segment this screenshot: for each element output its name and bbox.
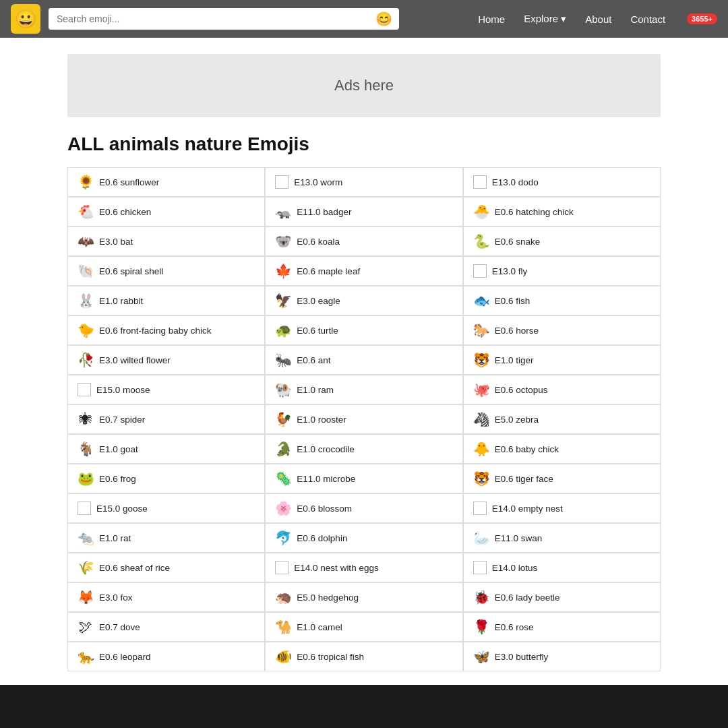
emoji-icon: 🦋: [473, 648, 489, 665]
emoji-item[interactable]: 🐨E0.6 koala: [265, 226, 462, 256]
emoji-icon: 🐸: [78, 471, 94, 487]
search-input[interactable]: [49, 8, 369, 30]
explore-link[interactable]: Explore ▾: [524, 13, 566, 25]
bottom-banner: Emoji Copy & Paste Script | webtemplafy: [0, 685, 728, 728]
emoji-item[interactable]: 🐬E0.6 dolphin: [265, 523, 462, 553]
emoji-item[interactable]: 🐊E1.0 crocodile: [265, 434, 462, 464]
emoji-placeholder-icon: [473, 175, 487, 189]
emoji-item[interactable]: 🐐E1.0 goat: [67, 434, 265, 464]
emoji-placeholder-icon: [473, 502, 487, 515]
emoji-item[interactable]: 🐍E0.6 snake: [463, 226, 661, 256]
site-logo[interactable]: 😀: [11, 4, 40, 34]
emoji-item[interactable]: 🌻E0.6 sunflower: [67, 167, 265, 197]
emoji-item[interactable]: 🦔E5.0 hedgehog: [265, 582, 462, 612]
emoji-item[interactable]: E15.0 goose: [67, 493, 265, 523]
emoji-item[interactable]: 🥀E3.0 wilted flower: [67, 345, 265, 375]
emoji-item[interactable]: E13.0 dodo: [463, 167, 661, 197]
emoji-item[interactable]: E13.0 worm: [265, 167, 462, 197]
emoji-label: E3.0 eagle: [297, 296, 340, 306]
emoji-item[interactable]: 🐔E0.6 chicken: [67, 197, 265, 226]
emoji-label: E0.6 lady beetle: [495, 593, 560, 603]
emoji-item[interactable]: E14.0 empty nest: [463, 493, 661, 523]
emoji-label: E1.0 crocodile: [297, 444, 355, 454]
emoji-item[interactable]: 🦓E5.0 zebra: [463, 404, 661, 434]
emoji-icon: 🌾: [78, 559, 94, 576]
emoji-label: E1.0 rooster: [297, 415, 346, 425]
emoji-label: E13.0 dodo: [492, 177, 539, 187]
emoji-item[interactable]: 🦊E3.0 fox: [67, 582, 265, 612]
emoji-label: E0.7 dove: [99, 622, 140, 632]
emoji-item[interactable]: 🌸E0.6 blossom: [265, 493, 462, 523]
emoji-item[interactable]: 🐀E1.0 rat: [67, 523, 265, 553]
emoji-item[interactable]: 🐓E1.0 rooster: [265, 404, 462, 434]
emoji-icon: 🥀: [78, 352, 94, 368]
emoji-item[interactable]: 🐜E0.6 ant: [265, 345, 462, 375]
emoji-item[interactable]: 🍁E0.6 maple leaf: [265, 256, 462, 286]
emoji-label: E15.0 goose: [96, 504, 148, 514]
emoji-item[interactable]: 🦢E11.0 swan: [463, 523, 661, 553]
emoji-item[interactable]: 🐸E0.6 frog: [67, 464, 265, 493]
emoji-item[interactable]: E14.0 nest with eggs: [265, 553, 462, 582]
emoji-item[interactable]: 🐏E1.0 ram: [265, 375, 462, 404]
emoji-label: E0.6 fish: [495, 296, 530, 306]
emoji-item[interactable]: 🦠E11.0 microbe: [265, 464, 462, 493]
emoji-label: E0.6 ant: [297, 355, 330, 365]
emoji-item[interactable]: 🦇E3.0 bat: [67, 226, 265, 256]
emoji-label: E0.6 turtle: [297, 326, 338, 336]
emoji-label: E15.0 moose: [96, 385, 150, 395]
emoji-item[interactable]: 🐎E0.6 horse: [463, 315, 661, 345]
emoji-count-badge: 3655+: [687, 13, 717, 24]
emoji-icon: 🐊: [275, 441, 291, 457]
emoji-icon: 🐞: [473, 589, 489, 605]
emoji-item[interactable]: 🐙E0.6 octopus: [463, 375, 661, 404]
emoji-item[interactable]: E14.0 lotus: [463, 553, 661, 582]
logo-emoji: 😀: [15, 9, 36, 30]
emoji-item[interactable]: 🐆E0.6 leopard: [67, 642, 265, 671]
emoji-label: E0.6 tropical fish: [297, 652, 364, 662]
emoji-item[interactable]: 🐪E1.0 camel: [265, 612, 462, 642]
emoji-item[interactable]: 🌾E0.6 sheaf of rice: [67, 553, 265, 582]
emoji-item[interactable]: 🦡E11.0 badger: [265, 197, 462, 226]
emoji-icon: 🦡: [275, 204, 291, 220]
emoji-item[interactable]: E13.0 fly: [463, 256, 661, 286]
emoji-icon: 🕊: [78, 619, 94, 635]
emoji-label: E1.0 rat: [99, 533, 131, 543]
emoji-label: E13.0 fly: [492, 266, 528, 276]
emoji-icon: 🦇: [78, 233, 94, 249]
emoji-icon: 🕷: [78, 412, 94, 427]
emoji-item[interactable]: 🐠E0.6 tropical fish: [265, 642, 462, 671]
emoji-item[interactable]: 🐰E1.0 rabbit: [67, 286, 265, 315]
emoji-icon: 🦠: [275, 471, 291, 487]
search-emoji-button[interactable]: 😊: [369, 11, 399, 27]
emoji-item[interactable]: 🐤E0.6 front-facing baby chick: [67, 315, 265, 345]
emoji-item[interactable]: 🕊E0.7 dove: [67, 612, 265, 642]
emoji-label: E0.6 leopard: [99, 652, 151, 662]
emoji-icon: 🦓: [473, 411, 489, 427]
emoji-item[interactable]: 🦅E3.0 eagle: [265, 286, 462, 315]
emoji-label: E0.6 baby chick: [495, 444, 559, 454]
emoji-item[interactable]: 🐯E0.6 tiger face: [463, 464, 661, 493]
emoji-item[interactable]: 🐥E0.6 baby chick: [463, 434, 661, 464]
home-link[interactable]: Home: [478, 13, 505, 25]
emoji-item[interactable]: 🦋E3.0 butterfly: [463, 642, 661, 671]
emoji-item[interactable]: 🐟E0.6 fish: [463, 286, 661, 315]
emoji-item[interactable]: 🐚E0.6 spiral shell: [67, 256, 265, 286]
emoji-item[interactable]: 🐯E1.0 tiger: [463, 345, 661, 375]
emoji-label: E0.7 spider: [99, 415, 145, 425]
emoji-label: E5.0 hedgehog: [297, 593, 359, 603]
emoji-item[interactable]: 🐣E0.6 hatching chick: [463, 197, 661, 226]
emoji-label: E0.6 dolphin: [297, 533, 347, 543]
ads-banner: Ads here: [67, 54, 661, 117]
about-link[interactable]: About: [585, 13, 611, 25]
emoji-placeholder-icon: [78, 383, 91, 396]
emoji-item[interactable]: 🐞E0.6 lady beetle: [463, 582, 661, 612]
emoji-item[interactable]: 🌹E0.6 rose: [463, 612, 661, 642]
emoji-label: E1.0 goat: [99, 444, 138, 454]
contact-link[interactable]: Contact: [630, 13, 665, 25]
emoji-icon: 🐪: [275, 619, 291, 635]
emoji-item[interactable]: 🕷E0.7 spider: [67, 404, 265, 434]
emoji-icon: 🐯: [473, 352, 489, 368]
emoji-item[interactable]: E15.0 moose: [67, 375, 265, 404]
emoji-label: E1.0 rabbit: [99, 296, 143, 306]
emoji-item[interactable]: 🐢E0.6 turtle: [265, 315, 462, 345]
